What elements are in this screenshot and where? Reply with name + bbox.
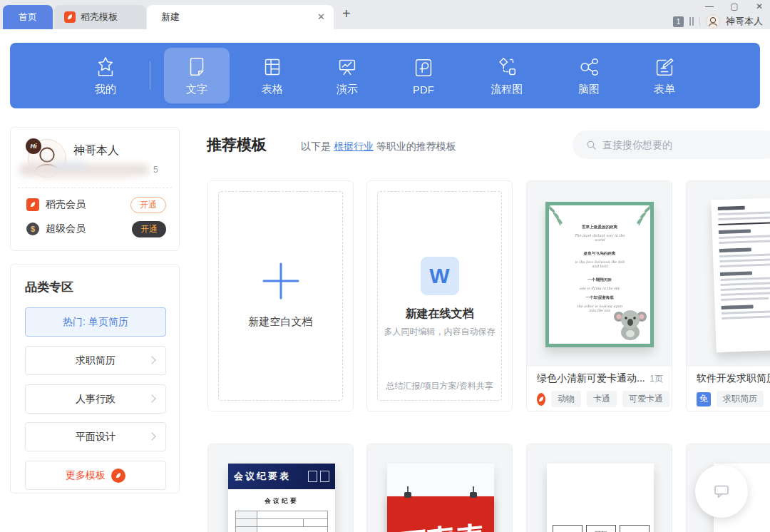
resume-page bbox=[711, 197, 770, 352]
masked-account-info bbox=[19, 160, 149, 179]
toolbar-item-mindmap[interactable]: 脑图 bbox=[556, 48, 622, 103]
toolbar-item-spreadsheet[interactable]: 表格 bbox=[240, 48, 305, 103]
search-box[interactable] bbox=[573, 131, 770, 159]
tab-new-document[interactable]: 新建 ✕ bbox=[147, 5, 334, 29]
presentation-icon bbox=[335, 55, 359, 79]
red-poster: 正青春 bbox=[387, 496, 494, 532]
new-blank-document-card[interactable]: 新建空白文档 bbox=[207, 180, 354, 411]
feedback-button[interactable] bbox=[695, 465, 748, 518]
tab-docer-templates[interactable]: 稻壳模板 bbox=[54, 5, 146, 29]
app-window: 首页 稻壳模板 新建 ✕ + — ▢ ✕ 1 神哥本人 bbox=[0, 0, 770, 532]
template-title: 软件开发求职简历 bbox=[697, 372, 770, 385]
table-icon bbox=[260, 55, 284, 79]
new-document-toolbar: 我的 文字 表格 演示 PDF bbox=[10, 43, 760, 108]
avatar-hi-badge: Hi bbox=[26, 138, 41, 154]
online-doc-logo: W bbox=[421, 257, 459, 295]
online-doc-subtitle: 多人同时编辑，内容自动保存 bbox=[367, 326, 512, 338]
dashed-border bbox=[377, 191, 502, 401]
stacked-docs-icon bbox=[689, 17, 694, 26]
tag[interactable]: 卡通 bbox=[587, 391, 617, 407]
more-templates-button[interactable]: 更多模板 bbox=[25, 461, 166, 490]
document-icon bbox=[185, 55, 209, 79]
user-profile-card: Hi 神哥本人 5 稻壳会员 开通 $ 超级会员 开通 bbox=[10, 127, 180, 251]
org-box: 某某有限责任公司财务部 bbox=[620, 525, 650, 532]
maximize-button[interactable]: ▢ bbox=[729, 1, 739, 11]
category-section-card: 品类专区 热门: 单页简历 求职简历 人事行政 平面设计 更多模板 bbox=[10, 264, 180, 493]
binder-clip bbox=[470, 486, 477, 498]
chevron-right-icon bbox=[148, 432, 155, 440]
star-icon bbox=[93, 55, 118, 79]
template-preview: 某某有限责任公司行政部 某某有限责任公司人力资源部 某某有限责任公司财务部 bbox=[527, 444, 672, 532]
template-tags: 免 求职简历 bbox=[697, 391, 770, 407]
close-button[interactable]: ✕ bbox=[754, 1, 764, 11]
template-card-resume[interactable]: 软件开发求职简历 免 求职简历 bbox=[686, 180, 770, 411]
tab-home[interactable]: 首页 bbox=[3, 5, 53, 29]
meeting-sheet: 会议纪要 bbox=[228, 489, 335, 532]
toolbar-item-presentation[interactable]: 演示 bbox=[314, 48, 380, 103]
super-member-label: 超级会员 bbox=[46, 222, 125, 235]
template-preview: 正青春 bbox=[367, 444, 512, 532]
template-title-row: 软件开发求职简历 bbox=[697, 372, 770, 385]
tab-new-label: 新建 bbox=[161, 11, 180, 24]
template-card-org-chart[interactable]: 某某有限责任公司行政部 某某有限责任公司人力资源部 某某有限责任公司财务部 bbox=[526, 444, 672, 532]
template-page-count: 1页 bbox=[650, 373, 663, 385]
divider bbox=[699, 16, 700, 26]
toolbar-item-form[interactable]: 表单 bbox=[632, 48, 697, 103]
category-job-resume[interactable]: 求职简历 bbox=[25, 346, 166, 375]
org-chart-page: 某某有限责任公司行政部 某某有限责任公司人力资源部 某某有限责任公司财务部 bbox=[547, 464, 654, 532]
tag[interactable]: 求职简历 bbox=[717, 391, 764, 407]
document-count-badge[interactable]: 1 bbox=[673, 16, 684, 27]
category-hr-admin[interactable]: 人事行政 bbox=[25, 384, 166, 414]
category-hot-single-page-resume[interactable]: 热门: 单页简历 bbox=[25, 307, 166, 337]
template-card-koala[interactable]: 世界上最遥远的距离 The most distant way in the wo… bbox=[526, 180, 672, 411]
flowchart-icon bbox=[495, 55, 519, 79]
tab-bar: 首页 稻壳模板 新建 ✕ + — ▢ ✕ 1 神哥本人 bbox=[0, 0, 770, 29]
user-name[interactable]: 神哥本人 bbox=[726, 15, 763, 28]
template-preview: 世界上最遥远的距离 The most distant way in the wo… bbox=[527, 181, 672, 367]
divider bbox=[18, 188, 172, 188]
super-member-activate-button[interactable]: 开通 bbox=[132, 221, 166, 237]
new-blank-document-label: 新建空白文档 bbox=[208, 315, 353, 329]
tab-close-icon[interactable]: ✕ bbox=[317, 11, 325, 22]
form-icon bbox=[652, 55, 677, 79]
toolbar-item-flowchart[interactable]: 流程图 bbox=[474, 48, 540, 103]
mindmap-icon bbox=[577, 55, 601, 79]
pdf-icon bbox=[411, 56, 436, 80]
tab-home-label: 首页 bbox=[19, 11, 37, 24]
online-doc-caption: 总结汇报/项目方案/资料共享 bbox=[367, 380, 512, 392]
tab-docer-label: 稻壳模板 bbox=[81, 11, 118, 24]
docer-icon bbox=[537, 393, 545, 406]
minimize-button[interactable]: — bbox=[704, 1, 714, 11]
search-icon bbox=[585, 139, 597, 150]
free-badge: 免 bbox=[697, 392, 711, 406]
avatar[interactable] bbox=[706, 14, 720, 29]
template-card-meeting-minutes[interactable]: 会议纪要表 会议纪要 bbox=[207, 444, 354, 532]
super-membership-row: $ 超级会员 开通 bbox=[26, 220, 166, 237]
new-tab-button[interactable]: + bbox=[342, 6, 351, 22]
online-doc-title: 新建在线文档 bbox=[367, 307, 512, 322]
tag[interactable]: 动物 bbox=[551, 391, 581, 407]
toolbar-item-mine[interactable]: 我的 bbox=[73, 48, 138, 103]
toolbar-item-pdf[interactable]: PDF bbox=[391, 48, 456, 103]
window-controls: — ▢ ✕ bbox=[704, 1, 764, 11]
template-card-youth-poster[interactable]: 正青春 bbox=[366, 444, 513, 532]
chevron-right-icon bbox=[148, 356, 155, 364]
search-input[interactable] bbox=[602, 139, 745, 150]
org-box: 某某有限责任公司人力资源部 bbox=[586, 525, 616, 532]
meeting-banner: 会议纪要表 bbox=[228, 464, 335, 489]
docer-member-activate-button[interactable]: 开通 bbox=[130, 197, 166, 213]
poster-calligraphy: 正青春 bbox=[385, 515, 496, 532]
toolbar-divider bbox=[150, 61, 150, 90]
docer-membership-row: 稻壳会员 开通 bbox=[26, 196, 166, 213]
template-preview bbox=[687, 181, 770, 367]
industry-link[interactable]: 根据行业 bbox=[334, 140, 374, 152]
toolbar-item-writer[interactable]: 文字 bbox=[164, 48, 230, 103]
template-preview: 会议纪要表 会议纪要 bbox=[208, 444, 353, 532]
meeting-minutes-page: 会议纪要表 会议纪要 bbox=[228, 464, 335, 532]
chevron-right-icon bbox=[148, 394, 155, 402]
template-title: 绿色小清新可爱卡通动... bbox=[537, 372, 645, 385]
tag[interactable]: 可爱卡通 bbox=[622, 391, 669, 407]
page-subtitle: 以下是 根据行业 等职业的推荐模板 bbox=[301, 140, 456, 153]
new-online-document-card[interactable]: W 新建在线文档 多人同时编辑，内容自动保存 总结汇报/项目方案/资料共享 bbox=[366, 180, 513, 411]
category-graphic-design[interactable]: 平面设计 bbox=[25, 422, 166, 451]
